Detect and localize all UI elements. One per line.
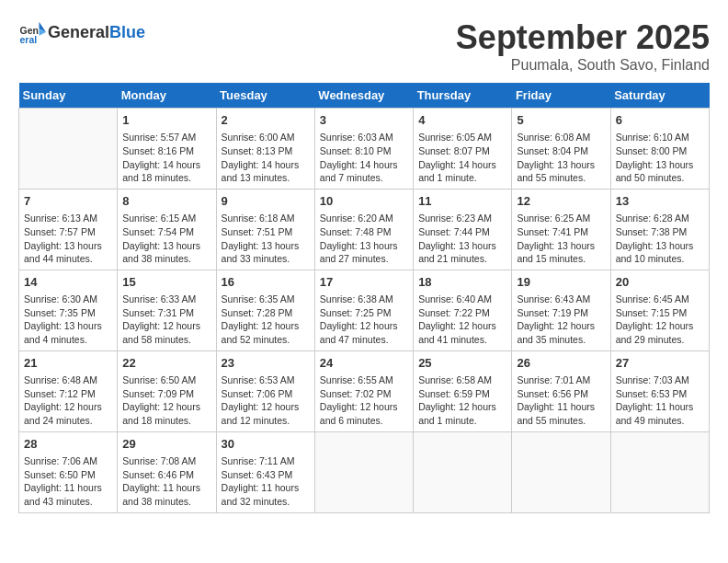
- day-info: Sunrise: 6:48 AMSunset: 7:12 PMDaylight:…: [24, 373, 112, 428]
- day-number: 4: [418, 112, 506, 129]
- weekday-header-saturday: Saturday: [610, 83, 709, 109]
- day-info: Sunrise: 7:11 AMSunset: 6:43 PMDaylight:…: [222, 454, 310, 509]
- day-info: Sunrise: 6:40 AMSunset: 7:22 PMDaylight:…: [418, 293, 506, 347]
- day-number: 12: [517, 193, 605, 210]
- day-number: 13: [616, 193, 704, 210]
- day-number: 21: [24, 355, 112, 372]
- day-number: 22: [122, 355, 210, 372]
- calendar-cell: 4Sunrise: 6:05 AMSunset: 8:07 PMDaylight…: [414, 109, 512, 190]
- day-info: Sunrise: 6:38 AMSunset: 7:25 PMDaylight:…: [320, 293, 408, 347]
- calendar-cell: 30Sunrise: 7:11 AMSunset: 6:43 PMDayligh…: [216, 431, 314, 512]
- location-title: Puumala, South Savo, Finland: [456, 57, 710, 74]
- day-info: Sunrise: 6:13 AMSunset: 7:57 PMDaylight:…: [24, 212, 112, 266]
- day-info: Sunrise: 6:05 AMSunset: 8:07 PMDaylight:…: [418, 131, 506, 185]
- day-info: Sunrise: 6:33 AMSunset: 7:31 PMDaylight:…: [122, 293, 210, 347]
- day-number: 26: [517, 355, 605, 372]
- svg-text:eral: eral: [20, 34, 38, 45]
- calendar-cell: 19Sunrise: 6:43 AMSunset: 7:19 PMDayligh…: [512, 270, 610, 350]
- day-number: 30: [222, 436, 310, 453]
- day-number: 24: [320, 355, 408, 372]
- calendar-cell: [414, 431, 512, 512]
- calendar-cell: 7Sunrise: 6:13 AMSunset: 7:57 PMDaylight…: [19, 189, 118, 270]
- day-number: 19: [517, 274, 605, 291]
- week-row-1: 1Sunrise: 5:57 AMSunset: 8:16 PMDaylight…: [19, 109, 710, 190]
- day-info: Sunrise: 6:28 AMSunset: 7:38 PMDaylight:…: [616, 212, 704, 266]
- day-number: 16: [222, 274, 310, 291]
- day-info: Sunrise: 5:57 AMSunset: 8:16 PMDaylight:…: [122, 131, 210, 185]
- calendar-cell: 6Sunrise: 6:10 AMSunset: 8:00 PMDaylight…: [610, 109, 709, 190]
- calendar-cell: [610, 431, 709, 512]
- title-section: September 2025 Puumala, South Savo, Finl…: [456, 18, 710, 74]
- calendar-cell: 9Sunrise: 6:18 AMSunset: 7:51 PMDaylight…: [216, 189, 314, 270]
- day-number: 17: [320, 274, 408, 291]
- calendar-cell: 25Sunrise: 6:58 AMSunset: 6:59 PMDayligh…: [414, 350, 512, 431]
- calendar-cell: 15Sunrise: 6:33 AMSunset: 7:31 PMDayligh…: [118, 270, 216, 350]
- day-info: Sunrise: 6:03 AMSunset: 8:10 PMDaylight:…: [320, 131, 408, 185]
- day-info: Sunrise: 6:43 AMSunset: 7:19 PMDaylight:…: [517, 293, 605, 347]
- day-number: 23: [222, 355, 310, 372]
- day-number: 29: [122, 436, 210, 453]
- day-number: 7: [24, 193, 112, 210]
- calendar-cell: 29Sunrise: 7:08 AMSunset: 6:46 PMDayligh…: [118, 431, 216, 512]
- calendar-cell: 14Sunrise: 6:30 AMSunset: 7:35 PMDayligh…: [19, 270, 118, 350]
- calendar-cell: 23Sunrise: 6:53 AMSunset: 7:06 PMDayligh…: [216, 350, 314, 431]
- day-info: Sunrise: 7:06 AMSunset: 6:50 PMDaylight:…: [24, 454, 112, 509]
- day-info: Sunrise: 7:03 AMSunset: 6:53 PMDaylight:…: [616, 373, 704, 428]
- logo-blue: Blue: [109, 23, 145, 41]
- day-number: 9: [222, 193, 310, 210]
- month-title: September 2025: [456, 18, 710, 57]
- day-info: Sunrise: 6:30 AMSunset: 7:35 PMDaylight:…: [24, 293, 112, 347]
- calendar-cell: 10Sunrise: 6:20 AMSunset: 7:48 PMDayligh…: [314, 189, 413, 270]
- week-row-5: 28Sunrise: 7:06 AMSunset: 6:50 PMDayligh…: [19, 431, 710, 512]
- day-info: Sunrise: 6:08 AMSunset: 8:04 PMDaylight:…: [517, 131, 605, 185]
- day-number: 27: [616, 355, 704, 372]
- logo-icon: Gen eral: [18, 18, 46, 46]
- calendar-cell: 27Sunrise: 7:03 AMSunset: 6:53 PMDayligh…: [610, 350, 709, 431]
- day-number: 28: [24, 436, 112, 453]
- day-number: 1: [122, 112, 210, 129]
- day-info: Sunrise: 6:25 AMSunset: 7:41 PMDaylight:…: [517, 212, 605, 266]
- calendar-cell: 1Sunrise: 5:57 AMSunset: 8:16 PMDaylight…: [118, 109, 216, 190]
- weekday-header-thursday: Thursday: [414, 83, 512, 109]
- logo-general: General: [48, 23, 109, 41]
- day-number: 3: [320, 112, 408, 129]
- calendar-cell: [19, 109, 118, 190]
- day-number: 18: [418, 274, 506, 291]
- calendar-cell: 28Sunrise: 7:06 AMSunset: 6:50 PMDayligh…: [19, 431, 118, 512]
- calendar-cell: 5Sunrise: 6:08 AMSunset: 8:04 PMDaylight…: [512, 109, 610, 190]
- calendar-cell: [314, 431, 413, 512]
- day-number: 2: [222, 112, 310, 129]
- calendar-cell: 24Sunrise: 6:55 AMSunset: 7:02 PMDayligh…: [314, 350, 413, 431]
- day-info: Sunrise: 6:53 AMSunset: 7:06 PMDaylight:…: [222, 373, 310, 428]
- day-info: Sunrise: 6:35 AMSunset: 7:28 PMDaylight:…: [222, 293, 310, 347]
- calendar-cell: [512, 431, 610, 512]
- calendar-table: SundayMondayTuesdayWednesdayThursdayFrid…: [18, 83, 710, 513]
- logo: Gen eral GeneralBlue: [18, 18, 145, 46]
- calendar-cell: 21Sunrise: 6:48 AMSunset: 7:12 PMDayligh…: [19, 350, 118, 431]
- calendar-cell: 11Sunrise: 6:23 AMSunset: 7:44 PMDayligh…: [414, 189, 512, 270]
- calendar-cell: 13Sunrise: 6:28 AMSunset: 7:38 PMDayligh…: [610, 189, 709, 270]
- weekday-header-monday: Monday: [118, 83, 216, 109]
- day-info: Sunrise: 7:08 AMSunset: 6:46 PMDaylight:…: [122, 454, 210, 509]
- calendar-cell: 26Sunrise: 7:01 AMSunset: 6:56 PMDayligh…: [512, 350, 610, 431]
- day-info: Sunrise: 6:45 AMSunset: 7:15 PMDaylight:…: [616, 293, 704, 347]
- logo-text: GeneralBlue: [48, 23, 145, 42]
- week-row-2: 7Sunrise: 6:13 AMSunset: 7:57 PMDaylight…: [19, 189, 710, 270]
- calendar-cell: 18Sunrise: 6:40 AMSunset: 7:22 PMDayligh…: [414, 270, 512, 350]
- day-number: 8: [122, 193, 210, 210]
- calendar-cell: 20Sunrise: 6:45 AMSunset: 7:15 PMDayligh…: [610, 270, 709, 350]
- calendar-cell: 22Sunrise: 6:50 AMSunset: 7:09 PMDayligh…: [118, 350, 216, 431]
- calendar-cell: 2Sunrise: 6:00 AMSunset: 8:13 PMDaylight…: [216, 109, 314, 190]
- day-number: 5: [517, 112, 605, 129]
- weekday-header-friday: Friday: [512, 83, 610, 109]
- day-number: 6: [616, 112, 704, 129]
- day-info: Sunrise: 6:50 AMSunset: 7:09 PMDaylight:…: [122, 373, 210, 428]
- day-number: 10: [320, 193, 408, 210]
- day-number: 20: [616, 274, 704, 291]
- week-row-4: 21Sunrise: 6:48 AMSunset: 7:12 PMDayligh…: [19, 350, 710, 431]
- day-info: Sunrise: 7:01 AMSunset: 6:56 PMDaylight:…: [517, 373, 605, 428]
- weekday-header-sunday: Sunday: [19, 83, 118, 109]
- day-info: Sunrise: 6:18 AMSunset: 7:51 PMDaylight:…: [222, 212, 310, 266]
- page-header: Gen eral GeneralBlue September 2025 Puum…: [18, 18, 710, 74]
- day-number: 25: [418, 355, 506, 372]
